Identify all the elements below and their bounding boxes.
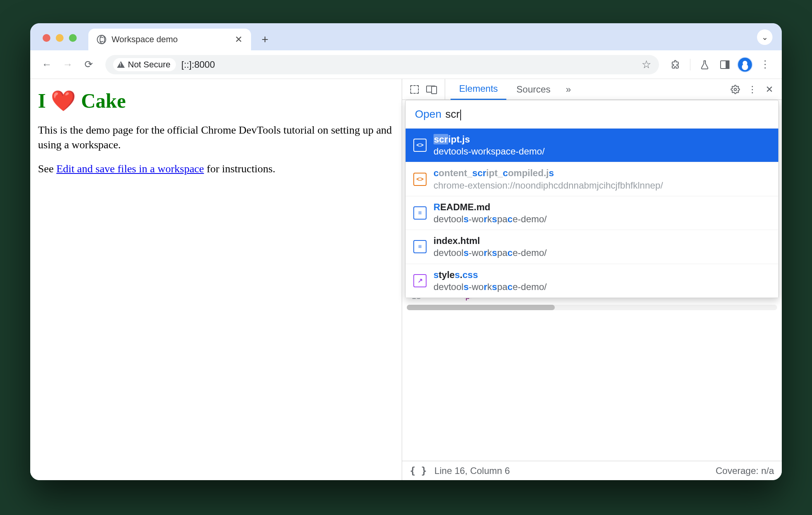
page-paragraph: This is the demo page for the official C… xyxy=(38,123,394,152)
tab-sources[interactable]: Sources xyxy=(508,79,559,100)
labs-button[interactable] xyxy=(696,56,714,74)
page-heading: I ❤️ Cake xyxy=(38,89,394,113)
browser-toolbar: ← → ⟳ Not Secure [::]:8000 ☆ xyxy=(30,50,782,79)
file-path: devtools-workspace-demo/ xyxy=(434,281,547,293)
tab-elements[interactable]: Elements xyxy=(451,79,506,100)
svg-point-3 xyxy=(734,88,736,91)
devtools-statusbar: { } Line 16, Column 6 Coverage: n/a xyxy=(402,461,782,480)
open-file-result[interactable]: ↗ styles.css devtools-workspace-demo/ xyxy=(406,264,778,298)
file-type-icon: ↗ xyxy=(413,274,427,287)
toolbar-right: ⋮ xyxy=(667,56,774,74)
security-chip[interactable]: Not Secure xyxy=(113,58,176,71)
more-tabs-button[interactable]: » xyxy=(561,82,576,97)
svg-rect-2 xyxy=(726,61,729,69)
window-controls xyxy=(43,34,77,50)
maximize-window-button[interactable] xyxy=(69,34,77,42)
close-tab-button[interactable]: ✕ xyxy=(235,34,243,45)
page-see-line: See Edit and save files in a workspace f… xyxy=(38,161,394,176)
devtools-close-button[interactable]: ✕ xyxy=(762,82,777,97)
workspace-tutorial-link[interactable]: Edit and save files in a workspace xyxy=(56,163,204,175)
devtools-tabbar: Elements Sources » ⋮ ✕ xyxy=(402,79,782,100)
tab-strip: Workspace demo ✕ + ⌄ xyxy=(30,23,782,50)
window-dropdown-button[interactable]: ⌄ xyxy=(757,29,772,45)
browser-window: Workspace demo ✕ + ⌄ ← → ⟳ Not Secure [:… xyxy=(30,23,782,480)
profile-button[interactable] xyxy=(736,56,754,74)
open-query: scr xyxy=(446,108,461,120)
open-label: Open xyxy=(415,108,442,120)
devtools-menu-button[interactable]: ⋮ xyxy=(745,82,760,97)
extensions-button[interactable] xyxy=(667,56,685,74)
back-button[interactable]: ← xyxy=(38,56,56,74)
file-path: devtools-workspace-demo/ xyxy=(434,247,547,259)
globe-icon xyxy=(97,35,106,44)
cursor-position: Line 16, Column 6 xyxy=(434,465,510,476)
content-area: I ❤️ Cake This is the demo page for the … xyxy=(30,79,782,480)
url-text: [::]:8000 xyxy=(181,59,215,70)
open-file-result[interactable]: <> content_script_compiled.js chrome-ext… xyxy=(406,162,778,196)
devtools-settings-button[interactable] xyxy=(728,82,743,97)
address-bar[interactable]: Not Secure [::]:8000 ☆ xyxy=(105,55,659,74)
file-type-icon: <> xyxy=(413,139,427,152)
file-name: README.md xyxy=(434,201,547,213)
coverage-status: Coverage: n/a xyxy=(716,465,774,476)
open-file-search[interactable]: Open scr xyxy=(406,100,778,129)
text-caret xyxy=(460,110,461,120)
separator xyxy=(445,79,445,100)
open-file-result[interactable]: <> script.js devtools-workspace-demo/ xyxy=(406,129,778,162)
separator xyxy=(690,59,690,70)
reload-button[interactable]: ⟳ xyxy=(80,56,98,74)
format-icon[interactable]: { } xyxy=(410,465,427,476)
bookmark-star-icon[interactable]: ☆ xyxy=(642,58,651,71)
close-window-button[interactable] xyxy=(43,34,50,42)
open-file-result[interactable]: ≡ index.html devtools-workspace-demo/ xyxy=(406,230,778,264)
open-file-dialog: Open scr <> script.js devtools-workspace… xyxy=(405,100,779,298)
browser-tab[interactable]: Workspace demo ✕ xyxy=(88,29,251,50)
file-name: styles.css xyxy=(434,269,547,281)
file-type-icon: ≡ xyxy=(413,206,427,220)
file-path: devtools-workspace-demo/ xyxy=(434,145,545,157)
new-tab-button[interactable]: + xyxy=(257,32,273,47)
file-path: chrome-extension://noondiphcddnnabmjcihc… xyxy=(434,179,663,191)
open-file-result[interactable]: ≡ README.md devtools-workspace-demo/ xyxy=(406,196,778,230)
browser-menu-button[interactable]: ⋮ xyxy=(756,56,774,74)
file-type-icon: ≡ xyxy=(413,240,427,253)
file-name: index.html xyxy=(434,235,547,247)
file-name: script.js xyxy=(434,133,545,145)
avatar-icon xyxy=(738,58,752,72)
minimize-window-button[interactable] xyxy=(56,34,64,42)
side-panel-button[interactable] xyxy=(716,56,734,74)
device-toolbar-button[interactable] xyxy=(424,82,439,97)
rendered-page: I ❤️ Cake This is the demo page for the … xyxy=(30,79,402,480)
open-file-results: <> script.js devtools-workspace-demo/ <>… xyxy=(406,129,778,298)
file-type-icon: <> xyxy=(413,173,427,186)
forward-button[interactable]: → xyxy=(59,56,77,74)
warning-icon xyxy=(117,61,125,68)
inspect-element-button[interactable] xyxy=(407,82,422,97)
devtools-panel: Elements Sources » ⋮ ✕ Open scr <> xyxy=(402,79,782,480)
tab-title: Workspace demo xyxy=(112,34,178,45)
file-path: devtools-workspace-demo/ xyxy=(434,213,547,225)
file-name: content_script_compiled.js xyxy=(434,167,663,179)
security-label: Not Secure xyxy=(128,60,170,70)
horizontal-scrollbar[interactable] xyxy=(407,305,777,310)
